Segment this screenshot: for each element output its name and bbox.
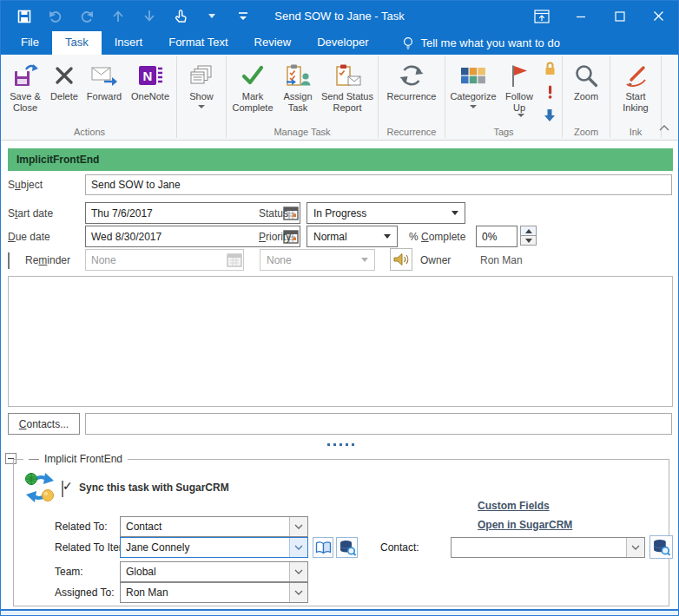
owner-label: Owner	[420, 254, 451, 266]
contact-dropdown[interactable]	[451, 537, 645, 558]
percent-complete-field[interactable]: 0%	[476, 226, 517, 247]
team-dropdown[interactable]: Global	[120, 561, 308, 582]
chevron-down-icon	[289, 538, 307, 557]
window-controls	[522, 1, 678, 31]
save-and-close-button[interactable]: Save & Close	[4, 57, 46, 125]
sync-checkbox[interactable]	[62, 481, 63, 497]
dropdown-arrow-icon	[198, 105, 205, 108]
recurrence-button[interactable]: Recurrence	[380, 57, 443, 125]
show-button[interactable]: Show	[179, 57, 224, 125]
forward-button[interactable]: Forward	[82, 57, 126, 125]
priority-label: Priority	[259, 231, 291, 243]
ribbon-display-options-icon[interactable]	[522, 1, 561, 31]
ribbon-group-show: Show	[177, 56, 227, 138]
start-date-value: Thu 7/6/2017	[91, 207, 153, 220]
touch-mode-icon[interactable]	[171, 7, 190, 26]
reminder-time-value: None	[267, 254, 292, 266]
assign-task-button[interactable]: Assign Task	[277, 57, 319, 125]
status-dropdown[interactable]: In Progress	[307, 202, 465, 224]
save-and-close-icon	[13, 60, 38, 91]
save-icon[interactable]	[15, 7, 34, 26]
related-to-item-dropdown[interactable]: Jane Connely	[120, 537, 308, 558]
reminder-label: Reminder	[25, 254, 70, 266]
related-to-dropdown[interactable]: Contact	[120, 516, 308, 537]
tab-task[interactable]: Task	[52, 31, 102, 55]
related-to-label: Related To:	[55, 521, 108, 533]
percent-complete-label: % Complete	[409, 231, 465, 243]
redo-icon[interactable]	[77, 7, 96, 26]
subject-input[interactable]	[85, 174, 672, 195]
close-button[interactable]	[639, 1, 678, 31]
chevron-down-icon	[289, 562, 307, 581]
open-in-sugarcrm-link[interactable]: Open in SugarCRM	[478, 519, 572, 531]
customize-qat-icon[interactable]	[234, 7, 253, 26]
touch-mode-dropdown-icon[interactable]	[202, 7, 221, 26]
follow-up-icon	[510, 60, 529, 91]
move-down-icon[interactable]	[140, 7, 159, 26]
recurrence-icon	[399, 60, 425, 91]
reminder-sound-button[interactable]	[390, 248, 412, 271]
delete-button[interactable]: Delete	[46, 57, 82, 125]
low-importance-icon[interactable]	[544, 108, 556, 126]
sugarcrm-search-button[interactable]	[336, 537, 358, 558]
tab-format-text[interactable]: Format Text	[155, 31, 241, 55]
tab-developer[interactable]: Developer	[304, 31, 381, 55]
sync-checkbox-label: Sync this task with SugarCRM	[79, 482, 229, 494]
minimize-button[interactable]	[561, 1, 600, 31]
due-date-value: Wed 8/30/2017	[91, 231, 162, 243]
mark-complete-button[interactable]: Mark Complete	[228, 57, 277, 125]
tab-insert[interactable]: Insert	[102, 31, 156, 55]
show-icon	[190, 60, 213, 91]
contacts-button[interactable]: Contacts...	[8, 413, 80, 435]
assigned-to-dropdown[interactable]: Ron Man	[120, 582, 308, 603]
ribbon-group-recurrence: Recurrence Recurrence	[379, 56, 445, 138]
start-inking-button[interactable]: Start Inking	[612, 57, 659, 125]
send-status-report-button[interactable]: Send Status Report	[319, 57, 376, 125]
contacts-input[interactable]	[85, 413, 672, 435]
splitter-handle[interactable]	[1, 441, 679, 448]
tell-me-label: Tell me what you want to do	[420, 36, 559, 49]
categorize-icon	[460, 60, 486, 91]
database-search-icon	[652, 539, 670, 556]
zoom-icon	[574, 60, 598, 91]
reminder-time-dropdown[interactable]: None	[260, 249, 375, 271]
contact-search-button[interactable]	[649, 535, 673, 559]
undo-icon[interactable]	[46, 7, 65, 26]
send-status-report-icon	[334, 60, 361, 91]
categorize-button[interactable]: Categorize	[447, 57, 499, 125]
spin-down-button[interactable]	[520, 235, 537, 246]
collapse-ribbon-button[interactable]	[659, 119, 669, 134]
address-book-icon	[315, 541, 332, 554]
ribbon-group-ink: Start Inking Ink	[610, 56, 662, 138]
svg-text:N: N	[142, 69, 152, 83]
high-importance-icon[interactable]	[547, 85, 553, 102]
reminder-date-value: None	[91, 254, 116, 266]
zoom-button[interactable]: Zoom	[564, 57, 608, 125]
assigned-to-label: Assigned To:	[55, 587, 115, 599]
notes-area[interactable]	[8, 276, 673, 407]
task-form: ImplicitFrontEnd Subject Start date Thu …	[1, 141, 678, 616]
percent-complete-spinner	[520, 226, 537, 246]
tab-review[interactable]: Review	[241, 31, 305, 55]
reminder-checkbox[interactable]	[8, 252, 10, 269]
reminder-date-field[interactable]: None	[85, 249, 244, 271]
ribbon: Save & Close Delete Forward N OneNote	[1, 55, 678, 141]
maximize-button[interactable]	[600, 1, 639, 31]
address-book-button[interactable]	[313, 537, 333, 558]
follow-up-button[interactable]: Follow Up	[499, 57, 539, 125]
tab-file[interactable]: File	[8, 31, 52, 55]
status-label: Status	[259, 207, 288, 220]
custom-fields-link[interactable]: Custom Fields	[478, 500, 550, 512]
tags-mini-buttons	[539, 57, 560, 125]
priority-value: Normal	[313, 231, 347, 243]
due-date-label: Due date	[8, 231, 50, 243]
contact-label: Contact:	[380, 541, 419, 554]
priority-dropdown[interactable]: Normal	[307, 226, 398, 247]
sugarcrm-sync-icon	[23, 471, 56, 508]
team-label: Team:	[55, 566, 83, 578]
infobar-text: ImplicitFrontEnd	[16, 154, 99, 166]
tell-me-box[interactable]: Tell me what you want to do	[393, 31, 568, 55]
move-up-icon[interactable]	[109, 7, 128, 26]
onenote-button[interactable]: N OneNote	[126, 57, 175, 125]
private-lock-icon[interactable]	[544, 61, 557, 79]
